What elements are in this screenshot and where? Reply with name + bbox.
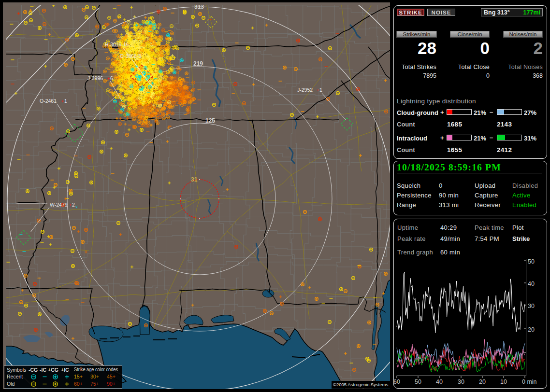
svg-text:20: 20	[479, 378, 486, 385]
svg-text:30: 30	[528, 303, 535, 309]
svg-text:20: 20	[528, 326, 535, 333]
svg-text:0 min: 0 min	[522, 378, 537, 385]
svg-text:40: 40	[436, 378, 443, 385]
svg-text:60: 60	[393, 378, 400, 385]
svg-text:30: 30	[458, 378, 464, 385]
svg-text:50: 50	[415, 378, 421, 385]
svg-text:10: 10	[500, 378, 507, 385]
svg-text:40: 40	[528, 280, 535, 287]
svg-text:50: 50	[528, 258, 535, 265]
